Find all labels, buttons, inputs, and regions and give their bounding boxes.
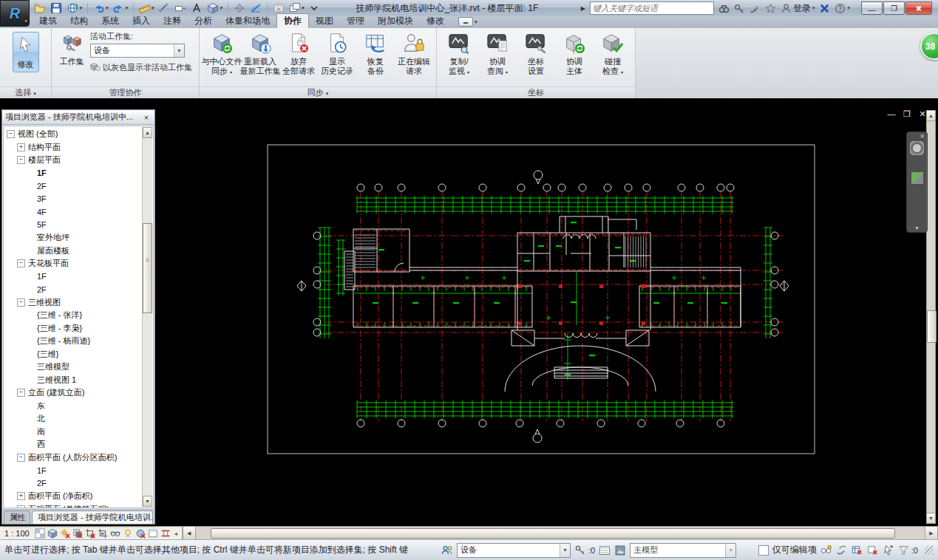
tree-item-2F[interactable]: 2F bbox=[4, 283, 153, 296]
close-button[interactable]: ✖ bbox=[905, 1, 932, 15]
ribbon-tab-分析[interactable]: 分析 bbox=[188, 14, 219, 28]
signin-icon[interactable]: 登录▾ bbox=[781, 2, 815, 15]
browser-scroll-down-icon[interactable]: ▼ bbox=[143, 496, 152, 507]
browser-scrollbar[interactable]: ▲ ▼ bbox=[142, 127, 152, 507]
zoom-tool-icon[interactable] bbox=[911, 171, 924, 185]
subscription-center-icon[interactable] bbox=[734, 3, 745, 14]
detail-level-icon[interactable] bbox=[35, 528, 45, 539]
tree-item-面积平面 (人防分区面积)[interactable]: −面积平面 (人防分区面积) bbox=[4, 451, 153, 465]
ribbon-tab-修改[interactable]: 修改 bbox=[420, 14, 451, 28]
viewbar-collapse-icon[interactable]: ◂ bbox=[174, 530, 177, 537]
help-icon[interactable]: ▾ bbox=[835, 3, 850, 14]
filter-icon[interactable] bbox=[898, 544, 909, 556]
ribbon-tab-协作[interactable]: 协作 bbox=[276, 13, 309, 28]
scroll-down-icon[interactable]: ▼ bbox=[927, 513, 935, 523]
tree-item-立面 (建筑立面)[interactable]: −立面 (建筑立面) bbox=[4, 386, 153, 400]
resize-grip[interactable] bbox=[925, 546, 934, 555]
links-status-icon[interactable] bbox=[836, 544, 847, 556]
collapse-icon[interactable]: − bbox=[17, 259, 25, 267]
tree-item-天花板平面[interactable]: −天花板平面 bbox=[4, 257, 153, 270]
select-panel-label[interactable]: 选择 ▾ bbox=[0, 86, 51, 98]
ribbon-tab-建筑[interactable]: 建筑 bbox=[33, 14, 64, 28]
floor-plan-drawing[interactable] bbox=[157, 103, 926, 526]
editable-only-checkbox[interactable] bbox=[758, 545, 769, 556]
collapse-icon[interactable]: − bbox=[17, 156, 25, 164]
tree-item-三维视图 1[interactable]: 三维视图 1 bbox=[4, 374, 153, 387]
reload-links-icon[interactable] bbox=[852, 544, 863, 556]
坐标设置-button[interactable]: 坐标设置 bbox=[517, 30, 555, 77]
visual-style-icon[interactable] bbox=[47, 528, 58, 539]
tree-item-三维模型[interactable]: 三维模型 bbox=[4, 361, 153, 374]
search-input[interactable] bbox=[590, 1, 714, 15]
collapse-icon[interactable]: − bbox=[17, 454, 25, 462]
碰撞检查-button[interactable]: 碰撞检查 ▾ bbox=[594, 30, 632, 78]
恢复备份-button[interactable]: 恢复备份 bbox=[356, 30, 395, 77]
browser-tab-project-browser[interactable]: 项目浏览器 - 技师学院机电培训... bbox=[32, 511, 153, 524]
scroll-right-icon[interactable]: ▶ bbox=[925, 527, 938, 540]
ribbon-tab-结构[interactable]: 结构 bbox=[64, 14, 95, 28]
browser-scroll-thumb[interactable] bbox=[143, 223, 152, 313]
active-workset-select[interactable]: 设备 ▼ bbox=[90, 44, 185, 58]
browser-tab-properties[interactable]: 属性 bbox=[4, 511, 30, 524]
ribbon-state-arrow-icon[interactable]: ▾ bbox=[475, 19, 478, 25]
minimize-button[interactable]: — bbox=[861, 1, 883, 15]
favorites-icon[interactable] bbox=[765, 3, 776, 14]
editing-requests-glasses-icon[interactable] bbox=[820, 544, 832, 556]
collapse-icon[interactable]: − bbox=[17, 389, 25, 397]
drawing-area[interactable]: — ❐ ✕ ✕ ▼ ▲ ▼ 项目浏览器 - 技师学院机电培训中... × −视图… bbox=[0, 98, 938, 526]
ribbon-state-icon[interactable]: ▬ bbox=[458, 17, 473, 27]
horizontal-scrollbar[interactable] bbox=[196, 527, 925, 540]
tree-item-西[interactable]: 西 bbox=[4, 438, 153, 451]
tree-item-{三维}[interactable]: {三维} bbox=[4, 348, 153, 361]
temporary-hide-isolate-icon[interactable] bbox=[110, 528, 120, 539]
worksets-dialog-icon[interactable] bbox=[599, 544, 611, 556]
重新载入最新工作集-button[interactable]: 重新载入最新工作集 bbox=[241, 30, 279, 77]
gray-inactive-worksets-toggle[interactable]: 以灰色显示非活动工作集 bbox=[90, 61, 192, 73]
browser-scroll-up-icon[interactable]: ▲ bbox=[143, 127, 152, 138]
design-options-icon[interactable] bbox=[614, 544, 626, 556]
tree-item-南[interactable]: 南 bbox=[4, 426, 153, 439]
tree-item-三维视图[interactable]: −三维视图 bbox=[4, 296, 153, 310]
temporary-view-properties-icon[interactable] bbox=[148, 528, 158, 539]
show-crop-region-icon[interactable] bbox=[98, 528, 108, 539]
tree-item-室外地坪[interactable]: 室外地坪 bbox=[4, 231, 153, 245]
search-expand-icon[interactable]: ▶ bbox=[581, 5, 585, 12]
vertical-scroll-thumb[interactable] bbox=[927, 310, 937, 343]
显示历史记录-button[interactable]: 显示历史记录 bbox=[318, 30, 356, 77]
tree-item-2F[interactable]: 2F bbox=[4, 180, 153, 193]
ribbon-tab-插入[interactable]: 插入 bbox=[126, 14, 157, 28]
tree-item-1F[interactable]: 1F bbox=[4, 464, 153, 477]
tree-item-面积平面 (总建筑面积)[interactable]: +面积平面 (总建筑面积) bbox=[4, 503, 153, 509]
shadows-icon[interactable] bbox=[72, 528, 83, 539]
复制监视-button[interactable]: 复制/监视 ▾ bbox=[440, 30, 478, 78]
tree-item-屋面楼板[interactable]: 屋面楼板 bbox=[4, 245, 153, 258]
horizontal-scroll-thumb[interactable] bbox=[211, 528, 895, 539]
tree-item-4F[interactable]: 4F bbox=[4, 205, 153, 219]
与中心文件同步-button[interactable]: 与中心文件同步 ▾ bbox=[203, 30, 241, 78]
active-workset-statusbar-select[interactable]: 设备 ▼ bbox=[457, 543, 571, 558]
navbar-options-arrow-icon[interactable]: ▼ bbox=[914, 225, 920, 231]
reveal-hidden-elements-icon[interactable] bbox=[123, 528, 133, 539]
scroll-up-icon[interactable]: ▲ bbox=[927, 111, 935, 121]
view-restore-icon[interactable]: ❐ bbox=[903, 110, 911, 118]
modify-button[interactable]: 修改 bbox=[13, 32, 39, 72]
worksharing-users-icon[interactable] bbox=[441, 544, 453, 556]
expand-icon[interactable]: + bbox=[17, 143, 25, 151]
scroll-left-icon[interactable]: ◀ bbox=[183, 527, 196, 540]
tree-item-{三维 - 李枭}[interactable]: {三维 - 李枭} bbox=[4, 322, 153, 335]
协调主体-button[interactable]: 协调主体 bbox=[555, 30, 594, 77]
ribbon-tab-系统[interactable]: 系统 bbox=[95, 14, 126, 28]
editing-requests-icon[interactable] bbox=[574, 544, 586, 556]
ribbon-tab-附加模块[interactable]: 附加模块 bbox=[371, 14, 420, 28]
tree-item-东[interactable]: 东 bbox=[4, 400, 153, 413]
worksharing-display-icon[interactable] bbox=[135, 528, 146, 539]
exchange-apps-icon[interactable] bbox=[819, 3, 830, 14]
sync-panel-label[interactable]: 同步 ▾ bbox=[200, 86, 436, 98]
正在编辑请求-button[interactable]: 正在编辑请求 bbox=[395, 30, 433, 77]
协调查阅-button[interactable]: 协调查阅 ▾ bbox=[478, 30, 517, 78]
tree-item-1F[interactable]: 1F bbox=[4, 167, 153, 180]
view-close-icon[interactable]: ✕ bbox=[918, 110, 927, 118]
select-toggle-icon[interactable] bbox=[883, 544, 894, 556]
tree-item-结构平面[interactable]: +结构平面 bbox=[4, 141, 153, 154]
ribbon-tab-视图[interactable]: 视图 bbox=[309, 14, 340, 28]
